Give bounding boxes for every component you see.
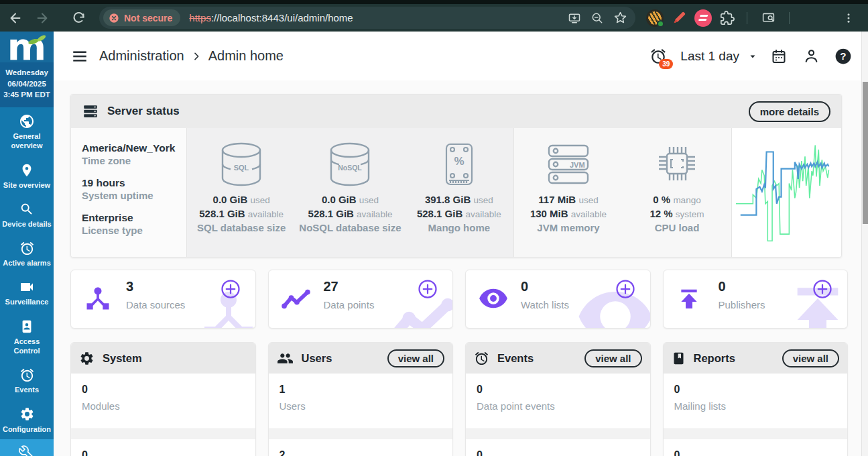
used-suffix: used (359, 195, 379, 205)
date-text: 06/04/2025 (3, 78, 51, 90)
globe-icon (19, 113, 35, 129)
used-value: 0.0 GiB (322, 194, 357, 205)
bookmark-star-icon[interactable] (610, 8, 630, 28)
sidebar-item-label: Surveillance (5, 297, 49, 306)
sidebar-nav: General overview Site overview Device de… (0, 107, 54, 456)
stat-value: 27 (324, 279, 338, 294)
view-all-reports-button[interactable]: view all (782, 349, 839, 367)
mango-extension-icon[interactable] (646, 9, 664, 27)
nosql-database-icon: NoSQL (296, 136, 404, 192)
url-scheme: https (189, 12, 211, 23)
wrench-icon (19, 445, 35, 456)
user-button[interactable] (801, 46, 821, 66)
events-card-header: Events view all (466, 343, 650, 374)
puzzle-extensions-icon[interactable] (719, 9, 736, 27)
reload-icon[interactable] (67, 7, 90, 30)
system-card-header: System (71, 343, 255, 374)
sidebar-item-label: Site overview (3, 180, 50, 190)
person-icon (803, 48, 820, 64)
sidebar-item-site-overview[interactable]: Site overview (0, 156, 54, 195)
watch-lists-card[interactable]: 0 Watch lists (465, 270, 651, 329)
meter-label: NoSQL database size (296, 222, 404, 233)
add-watch-list-button[interactable] (615, 279, 635, 302)
available-suffix: available (357, 209, 392, 219)
events-row-2[interactable]: 0 (466, 439, 650, 456)
users-card: Users view all 1 Users 2 (268, 342, 454, 456)
data-points-icon (281, 288, 312, 313)
sidebar-item-administration[interactable]: Administration (0, 439, 54, 456)
page-scrollbar[interactable] (861, 32, 868, 456)
sidebar-item-events[interactable]: Events (0, 361, 54, 400)
users-row-2[interactable]: 2 (269, 439, 453, 456)
mango-logo[interactable]: m (0, 32, 54, 62)
mailing-lists-row[interactable]: 0 Mailing lists (664, 374, 848, 429)
time-range-dropdown[interactable]: Last 1 day (680, 49, 757, 64)
cpu-load-meter: 0 % mango 12 % system CPU load (623, 128, 731, 257)
sidebar-item-active-alarms[interactable]: Active alarms (0, 234, 54, 273)
sidebar-item-configuration[interactable]: Configuration (0, 400, 54, 439)
system-row-2[interactable]: 0 (71, 439, 255, 456)
map-pin-icon (19, 162, 34, 178)
server-info-column: America/New_York Time zone 19 hours Syst… (71, 128, 186, 257)
sidebar-item-device-details[interactable]: Device details (0, 195, 54, 234)
screen-search-icon[interactable] (758, 8, 778, 28)
address-bar[interactable]: Not secure https://localhost:8443/ui/adm… (99, 7, 635, 29)
calendar-button[interactable] (769, 46, 789, 66)
pencil-extension-icon[interactable] (670, 9, 688, 27)
info-label: Time zone (82, 155, 181, 166)
info-value: America/New_York (82, 141, 181, 155)
card-title: Reports (694, 352, 735, 365)
calendar-icon (771, 48, 787, 64)
jvm-server-icon: JVM (514, 136, 623, 192)
alarm-clock-icon (474, 351, 489, 366)
row-value: 0 (674, 384, 837, 396)
help-button[interactable]: ? (833, 46, 853, 66)
events-card: Events view all 0 Data point events 0 (465, 342, 651, 456)
view-all-events-button[interactable]: view all (584, 349, 641, 367)
card-title: Events (497, 352, 534, 365)
pink-extension-icon[interactable] (694, 9, 712, 27)
stat-label: Data points (324, 299, 375, 310)
add-data-point-button[interactable] (418, 279, 438, 302)
data-sources-card[interactable]: 3 Data sources (70, 270, 256, 329)
breadcrumb-page[interactable]: Admin home (208, 48, 284, 64)
meter-label: CPU load (623, 222, 731, 233)
sidebar-item-surveillance[interactable]: Surveillance (0, 273, 54, 312)
reports-row-2[interactable]: 0 (664, 439, 848, 456)
url-text[interactable]: https://localhost:8443/ui/admin/home (189, 12, 353, 23)
browser-menu-icon[interactable] (837, 7, 860, 30)
row-value: 1 (280, 384, 442, 396)
cpu-chip-icon (623, 136, 731, 192)
security-chip-label: Not secure (124, 13, 172, 23)
breadcrumb-section[interactable]: Administration (99, 48, 184, 64)
add-publisher-button[interactable] (812, 279, 832, 302)
menu-toggle-icon[interactable] (70, 46, 90, 66)
id-badge-icon (19, 319, 34, 335)
publishers-card[interactable]: 0 Publishers (663, 270, 849, 329)
users-card-header: Users view all (269, 343, 453, 374)
svg-text:%: % (454, 155, 464, 168)
available-suffix: available (571, 209, 607, 219)
row-divider (269, 429, 453, 439)
save-to-device-icon[interactable] (564, 8, 584, 28)
alarms-button[interactable]: 39 (648, 46, 668, 66)
sidebar-item-access-control[interactable]: Access Control (0, 312, 54, 361)
zoom-out-icon[interactable] (587, 8, 607, 28)
stat-value: 0 (719, 279, 726, 294)
timezone-info: America/New_York Time zone (82, 141, 181, 166)
sidebar-item-general-overview[interactable]: General overview (0, 107, 54, 156)
data-point-events-row[interactable]: 0 Data point events (466, 374, 650, 429)
mango-cpu-value: 0 % (653, 194, 670, 205)
stat-value: 3 (126, 279, 133, 294)
users-row[interactable]: 1 Users (269, 374, 453, 429)
more-details-button[interactable]: more details (749, 101, 830, 122)
security-chip[interactable]: Not secure (103, 9, 180, 26)
database-meters-zone: SQL 0.0 GiB used 528.1 GiB available SQL… (186, 128, 513, 257)
data-points-card[interactable]: 27 Data points (268, 270, 454, 329)
scrollbar-thumb[interactable] (863, 82, 868, 224)
modules-row[interactable]: 0 Modules (71, 374, 255, 429)
add-data-source-button[interactable] (221, 279, 241, 302)
view-all-users-button[interactable]: view all (387, 349, 444, 367)
uptime-info: 19 hours System uptime (82, 176, 181, 201)
chevron-down-icon (749, 52, 757, 60)
